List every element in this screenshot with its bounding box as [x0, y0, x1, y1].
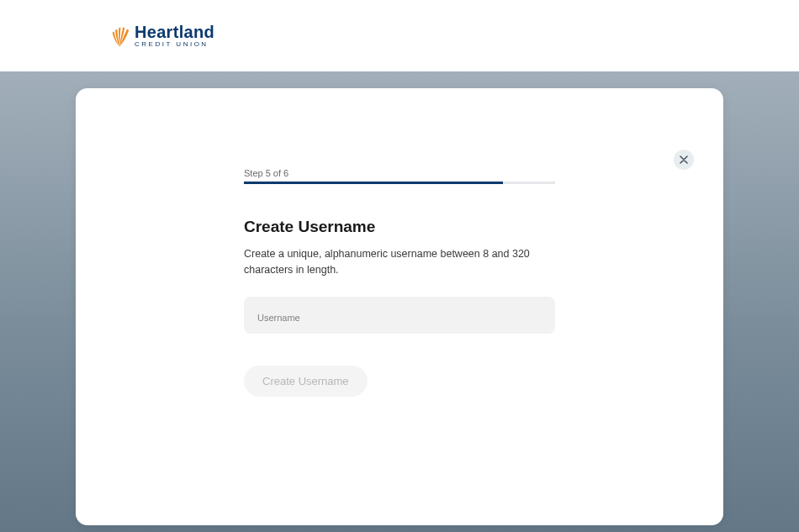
progress-fill	[244, 182, 503, 184]
brand-tagline: CREDIT UNION	[135, 41, 214, 48]
app-header: Heartland CREDIT UNION	[0, 0, 799, 71]
close-icon	[680, 155, 688, 164]
brand-name: Heartland	[135, 24, 214, 40]
step-indicator: Step 5 of 6	[244, 168, 555, 178]
close-button[interactable]	[674, 150, 694, 170]
progress-bar	[244, 182, 555, 184]
wizard-form: Step 5 of 6 Create Username Create a uni…	[244, 168, 555, 397]
username-label: Username	[257, 313, 542, 323]
brand-logo: Heartland CREDIT UNION	[108, 24, 214, 48]
username-field[interactable]: Username	[244, 297, 555, 334]
page-body: Step 5 of 6 Create Username Create a uni…	[0, 71, 799, 532]
form-description: Create a unique, alphanumeric username b…	[244, 246, 555, 278]
form-title: Create Username	[244, 218, 555, 236]
brand-icon	[108, 24, 131, 48]
create-username-button[interactable]: Create Username	[244, 366, 368, 397]
wizard-card: Step 5 of 6 Create Username Create a uni…	[76, 88, 723, 525]
brand-text: Heartland CREDIT UNION	[135, 24, 214, 48]
